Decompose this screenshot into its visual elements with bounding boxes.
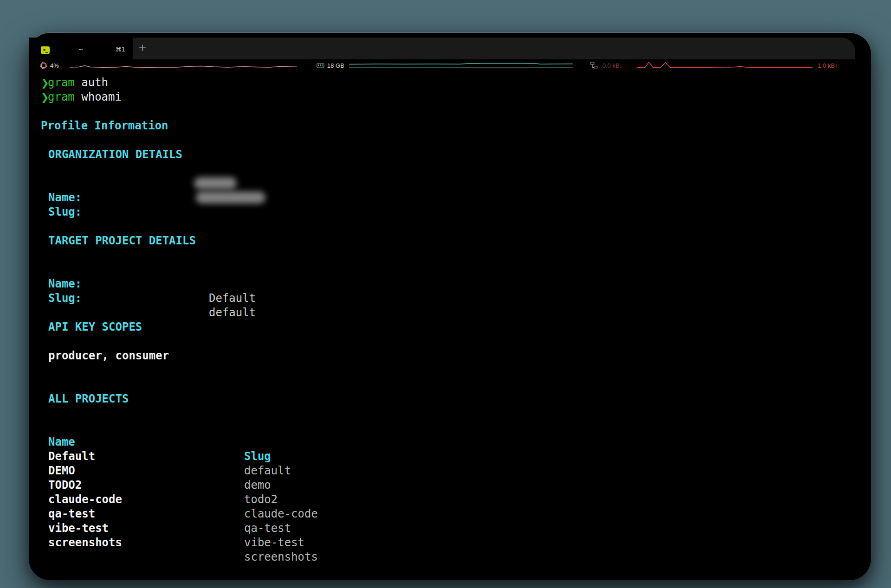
project-slug-cell: screenshots (244, 550, 318, 564)
desktop: { "window": { "tab": { "icon_glyph": ">_… (0, 0, 891, 588)
table-row: Default default (29, 435, 871, 449)
command-program: gram (48, 90, 75, 103)
cpu-graph (70, 61, 297, 70)
section-heading-organization: ORGANIZATION DETAILS (48, 147, 182, 162)
prompt-char: ❯ (41, 76, 48, 90)
section-heading-api-scopes: API KEY SCOPES (48, 320, 142, 334)
network-upload-value: 1.0 kB↑ (818, 62, 838, 69)
tab-shortcut-label: ⌘1 (116, 46, 125, 53)
projects-table-header: Name Slug (29, 421, 871, 435)
command-line: ❯gram auth (29, 76, 871, 90)
tab-bar: >_ ~ ⌘1 + (29, 33, 871, 59)
terminal-content[interactable]: ❯gram auth ❯gram whoami Profile Informat… (29, 76, 871, 562)
cpu-icon (40, 62, 47, 69)
memory-usage-value: 18 GB (327, 62, 344, 69)
cpu-usage-value: 4% (50, 62, 59, 69)
output-title: Profile Information (41, 119, 168, 132)
api-scopes-value: producer, consumer (48, 349, 169, 363)
prompt-char: ❯ (41, 90, 48, 105)
org-slug-row: Slug: (29, 191, 871, 205)
redacted-org-slug-value (196, 192, 265, 204)
tab-bar-empty-area: + (133, 38, 855, 59)
project-name-row: Name: Default (29, 262, 871, 277)
network-download-value: 0.0 kB↓ (602, 62, 622, 69)
section-heading-all-projects: ALL PROJECTS (48, 392, 129, 406)
command-program: gram (48, 76, 75, 89)
redacted-org-name-value (194, 177, 237, 189)
table-row: TODO2 todo2 (29, 464, 871, 478)
network-graph (637, 61, 813, 70)
table-row: DEMO demo (29, 449, 871, 464)
org-name-row: Name: (29, 176, 871, 191)
section-heading-target-project: TARGET PROJECT DETAILS (48, 234, 196, 248)
status-bar: 4% 18 GB 0.0 kB↓ 1.0 kB↑ (29, 59, 871, 71)
project-slug-row: Slug: default (29, 277, 871, 291)
new-tab-button[interactable]: + (136, 42, 148, 54)
memory-icon (316, 62, 324, 69)
tab-home[interactable]: >_ ~ ⌘1 (29, 38, 133, 59)
table-row: screenshots screenshots (29, 521, 871, 536)
command-args: whoami (81, 90, 122, 103)
project-slug-cell: vibe-test (244, 536, 304, 550)
project-name-cell: screenshots (48, 536, 122, 550)
terminal-window[interactable]: >_ ~ ⌘1 + 4% 18 GB (29, 32, 871, 580)
table-row: qa-test qa-test (29, 492, 871, 507)
command-args: auth (81, 76, 108, 89)
table-row: vibe-test vibe-test (29, 507, 871, 521)
network-icon (590, 62, 598, 69)
command-line: ❯gram whoami (29, 90, 871, 104)
memory-graph (349, 61, 573, 70)
table-row: claude-code claude-code (29, 478, 871, 492)
